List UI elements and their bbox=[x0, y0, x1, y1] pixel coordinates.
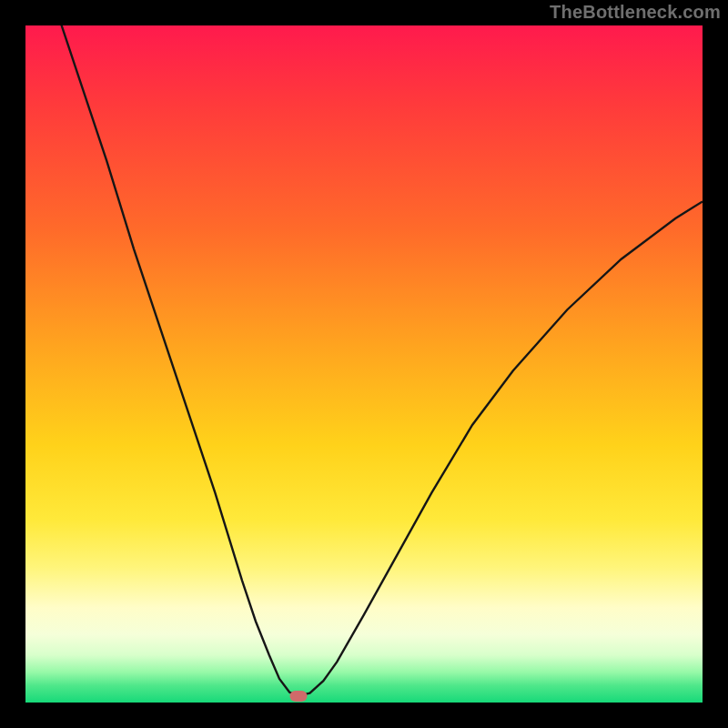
chart-frame: TheBottleneck.com bbox=[0, 0, 728, 728]
plot-area bbox=[25, 25, 703, 703]
curve-path bbox=[25, 25, 703, 696]
bottleneck-curve bbox=[25, 25, 703, 703]
optimum-marker bbox=[289, 691, 307, 702]
watermark-text: TheBottleneck.com bbox=[550, 2, 721, 23]
